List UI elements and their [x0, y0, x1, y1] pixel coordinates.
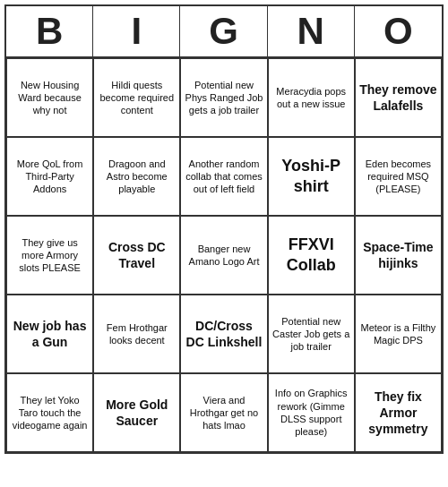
bingo-cell-23: Info on Graphics rework (Gimme DLSS supp…	[268, 373, 355, 452]
bingo-cell-14: Space-Time hijinks	[355, 216, 442, 295]
bingo-letter-g: G	[180, 6, 267, 56]
bingo-cell-0: New Housing Ward because why not	[6, 58, 93, 137]
bingo-cell-21: More Gold Saucer	[93, 373, 180, 452]
bingo-cell-1: Hildi quests become required content	[93, 58, 180, 137]
bingo-card: BIGNO New Housing Ward because why notHi…	[4, 4, 444, 454]
bingo-letter-o: O	[355, 6, 442, 56]
bingo-cell-3: Meracydia pops out a new issue	[268, 58, 355, 137]
bingo-cell-9: Eden becomes required MSQ (PLEASE)	[355, 137, 442, 216]
bingo-cell-11: Cross DC Travel	[93, 216, 180, 295]
bingo-cell-18: Potential new Caster Job gets a job trai…	[268, 295, 355, 373]
bingo-cell-7: Another random collab that comes out of …	[180, 137, 267, 216]
bingo-cell-2: Potential new Phys Ranged Job gets a job…	[180, 58, 267, 137]
bingo-cell-5: More QoL from Third-Party Addons	[6, 137, 93, 216]
bingo-cell-6: Dragoon and Astro become playable	[93, 137, 180, 216]
bingo-cell-12: Banger new Amano Logo Art	[180, 216, 267, 295]
bingo-cell-15: New job has a Gun	[6, 295, 93, 373]
bingo-cell-22: Viera and Hrothgar get no hats lmao	[180, 373, 267, 452]
bingo-cell-20: They let Yoko Taro touch the videogame a…	[6, 373, 93, 452]
bingo-cell-10: They give us more Armory slots PLEASE	[6, 216, 93, 295]
bingo-cell-8: Yoshi-P shirt	[268, 137, 355, 216]
bingo-letter-b: B	[6, 6, 93, 56]
bingo-cell-24: They fix Armor symmetry	[355, 373, 442, 452]
bingo-letter-n: N	[268, 6, 355, 56]
bingo-cell-19: Meteor is a Filthy Magic DPS	[355, 295, 442, 373]
bingo-letter-i: I	[93, 6, 180, 56]
bingo-grid: New Housing Ward because why notHildi qu…	[6, 58, 442, 452]
bingo-cell-13: FFXVI Collab	[268, 216, 355, 295]
bingo-cell-16: Fem Hrothgar looks decent	[93, 295, 180, 373]
bingo-header: BIGNO	[6, 6, 442, 58]
bingo-cell-4: They remove Lalafells	[355, 58, 442, 137]
bingo-cell-17: DC/Cross DC Linkshell	[180, 295, 267, 373]
